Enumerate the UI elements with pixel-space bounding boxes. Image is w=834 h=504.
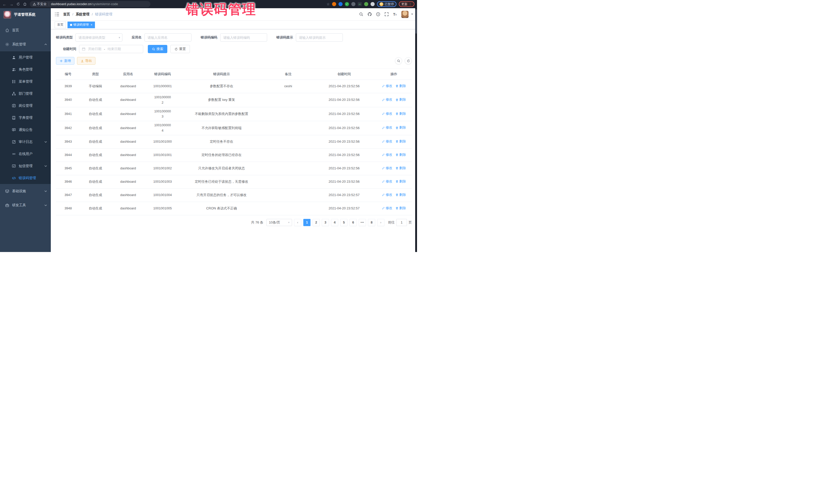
browser-scrollbar[interactable] [415, 0, 417, 252]
refresh-table-button[interactable] [405, 57, 412, 64]
edit-link[interactable]: 修改 [382, 179, 392, 184]
browser-update-button[interactable]: 更新 ⋮ [399, 1, 414, 7]
edit-link[interactable]: 修改 [382, 152, 392, 158]
plus-icon [60, 59, 63, 63]
extension-icon[interactable] [338, 2, 343, 6]
edit-link[interactable]: 修改 [382, 205, 392, 211]
page-button-2[interactable]: 2 [312, 219, 320, 226]
sidebar-logo[interactable]: 芋道管理系统 [0, 8, 51, 21]
page-button-3[interactable]: 3 [322, 219, 329, 226]
user-avatar[interactable] [401, 11, 409, 18]
edit-link[interactable]: 修改 [382, 83, 392, 89]
error-hint-input[interactable] [296, 34, 343, 42]
browser-menu-icon[interactable]: ⋮ [409, 3, 412, 6]
delete-link[interactable]: 删除 [395, 192, 406, 198]
sidebar-item-角色管理[interactable]: 角色管理 [0, 63, 51, 75]
sidebar-item-审计日志[interactable]: 审计日志 [0, 136, 51, 148]
edit-link[interactable]: 修改 [382, 111, 392, 116]
hamburger-icon[interactable] [54, 12, 59, 17]
search-button[interactable]: 搜索 [148, 45, 167, 53]
browser-home-icon[interactable] [23, 2, 27, 6]
goto-page-input[interactable] [396, 219, 407, 226]
page-button-4[interactable]: 4 [331, 219, 338, 226]
prev-page-button[interactable]: ‹ [294, 219, 301, 226]
page-button-1[interactable]: 1 [303, 219, 310, 226]
extension-icon[interactable] [364, 2, 368, 6]
not-secure-warning[interactable]: 不安全 [33, 2, 47, 6]
scrollbar-thumb[interactable] [415, 9, 417, 34]
edit-link[interactable]: 修改 [382, 192, 392, 198]
sidebar-item-系统管理[interactable]: 系统管理 [0, 37, 51, 51]
edit-link[interactable]: 修改 [382, 125, 392, 130]
app-name-input[interactable] [145, 34, 192, 42]
cell-hint: 只允许修改为开启或者关闭状态 [179, 162, 264, 175]
delete-link[interactable]: 删除 [395, 97, 406, 103]
browser-back-icon[interactable]: ← [3, 2, 6, 6]
fullscreen-icon[interactable] [385, 12, 389, 17]
font-size-icon[interactable]: TT [393, 12, 397, 17]
edit-link[interactable]: 修改 [382, 97, 392, 103]
extension-icon[interactable]: ✓ [345, 2, 349, 6]
sidebar-item-部门管理[interactable]: 部门管理 [0, 88, 51, 100]
page-button-8[interactable]: 8 [368, 219, 375, 226]
help-icon[interactable]: ? [376, 12, 380, 17]
delete-link[interactable]: 删除 [395, 139, 406, 144]
tag-首页[interactable]: 首页 [54, 22, 66, 28]
cell-app: dashboard [110, 202, 146, 215]
delete-link[interactable]: 删除 [395, 205, 406, 211]
extension-icon[interactable]: on [358, 2, 362, 6]
add-button[interactable]: 新增 [56, 57, 74, 65]
header-search-icon[interactable] [359, 12, 364, 17]
github-icon[interactable] [368, 12, 372, 17]
delete-link[interactable]: 删除 [395, 111, 406, 116]
cell-hint: CRON 表达式不正确 [179, 202, 264, 215]
breadcrumb-home[interactable]: 首页 [63, 12, 70, 17]
search-icon [397, 59, 400, 63]
browser-forward-icon[interactable]: → [9, 2, 13, 6]
avatar-dropdown-caret-icon[interactable] [411, 14, 413, 15]
edit-link[interactable]: 修改 [382, 139, 392, 144]
cell-remark [264, 121, 312, 135]
sidebar-item-首页[interactable]: 首页 [0, 23, 51, 37]
tag-错误码管理[interactable]: 错误码管理× [67, 22, 95, 28]
sidebar-item-用户管理[interactable]: 用户管理 [0, 51, 51, 63]
page-ellipsis[interactable]: ••• [359, 219, 366, 226]
sidebar-item-菜单管理[interactable]: 菜单管理 [0, 75, 51, 88]
toggle-search-button[interactable] [395, 57, 402, 64]
sidebar-item-研发工具[interactable]: 研发工具 [0, 198, 51, 212]
extension-icon[interactable] [351, 2, 355, 6]
sidebar-item-基础设施[interactable]: 基础设施 [0, 184, 51, 198]
profile-paused-badge[interactable]: 已暂停 [377, 1, 396, 7]
page-button-6[interactable]: 6 [350, 219, 357, 226]
export-button[interactable]: 导出 [77, 57, 95, 65]
extension-icon[interactable] [332, 2, 336, 6]
close-icon[interactable]: × [91, 23, 92, 26]
edit-link[interactable]: 修改 [382, 166, 392, 171]
error-type-select[interactable]: ▾ [75, 34, 123, 42]
breadcrumb-system[interactable]: 系统管理 [76, 12, 90, 17]
cell-app: dashboard [110, 135, 146, 148]
browser-reload-icon[interactable] [17, 2, 20, 6]
next-page-button[interactable]: › [377, 219, 385, 226]
puzzle-extensions-icon[interactable] [371, 2, 375, 6]
address-bar[interactable]: 不安全 dashboard.yudao.iocoder.cn/system/er… [30, 1, 150, 7]
error-code-input[interactable] [220, 34, 267, 42]
page-button-5[interactable]: 5 [340, 219, 348, 226]
cell-remark [264, 175, 312, 188]
sidebar-item-短信管理[interactable]: 短信管理 [0, 160, 51, 172]
date-range-picker[interactable]: 开始日期 - 结束日期 [79, 45, 143, 53]
delete-link[interactable]: 删除 [395, 125, 406, 130]
sidebar-item-岗位管理[interactable]: 岗位管理 [0, 100, 51, 112]
sidebar-item-通知公告[interactable]: 通知公告 [0, 124, 51, 136]
delete-link[interactable]: 删除 [395, 179, 406, 184]
table-row: 3948自动生成dashboard1001001005CRON 表达式不正确20… [56, 202, 412, 215]
delete-link[interactable]: 删除 [395, 83, 406, 89]
page-size-select[interactable]: 10条/页 ▾ [266, 219, 292, 226]
delete-link[interactable]: 删除 [395, 166, 406, 171]
sidebar-item-错误码管理[interactable]: 错误码管理 [0, 172, 51, 184]
delete-link[interactable]: 删除 [395, 152, 406, 158]
reset-button[interactable]: 重置 [170, 45, 190, 53]
sidebar-item-在线用户[interactable]: 在线用户 [0, 148, 51, 160]
sidebar-item-字典管理[interactable]: 字典管理 [0, 112, 51, 124]
bookmark-star-icon[interactable]: ☆ [326, 2, 330, 6]
